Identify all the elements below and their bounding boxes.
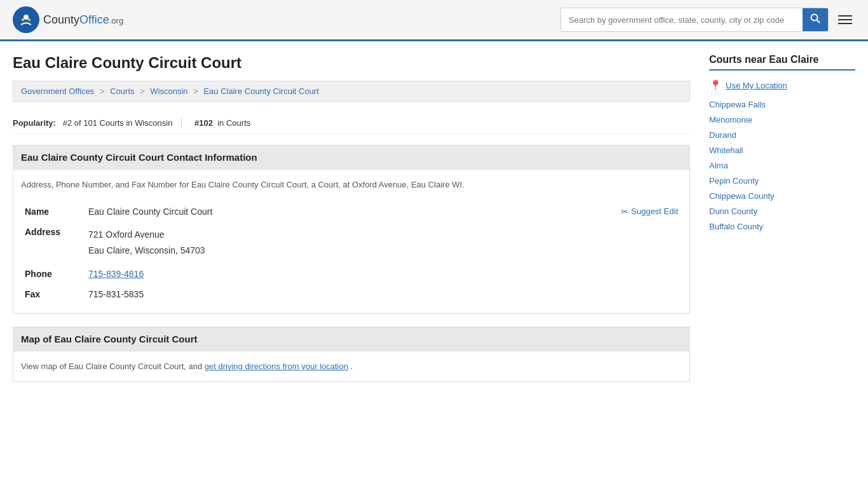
- phone-value-cell: 715-839-4816: [85, 264, 682, 284]
- breadcrumb-sep-1: >: [100, 86, 105, 96]
- address-value-cell: 721 Oxford Avenue Eau Claire, Wisconsin,…: [85, 222, 682, 264]
- svg-point-2: [22, 18, 24, 21]
- table-row-name: Name Eau Claire County Circuit Court ✂ S…: [21, 201, 682, 222]
- search-input[interactable]: [561, 10, 803, 30]
- address-line1: 721 Oxford Avenue: [88, 227, 678, 243]
- contact-section-body: Address, Phone Number, and Fax Number fo…: [13, 170, 690, 314]
- site-header: CountyOffice.org: [0, 0, 868, 41]
- logo-text: CountyOffice.org: [43, 13, 123, 27]
- location-pin-icon: 📍: [709, 79, 722, 92]
- menu-icon-line1: [838, 15, 852, 17]
- phone-label: Phone: [21, 264, 85, 284]
- main-content: Eau Claire County Circuit Court Governme…: [13, 54, 690, 395]
- name-value: Eau Claire County Circuit Court: [88, 207, 212, 217]
- contact-info-table: Name Eau Claire County Circuit Court ✂ S…: [21, 201, 682, 304]
- list-item: Durand: [709, 130, 855, 140]
- fax-label: Fax: [21, 284, 85, 304]
- nearby-court-whitehall[interactable]: Whitehall: [709, 146, 743, 155]
- use-location-link[interactable]: Use My Location: [726, 81, 787, 90]
- table-row-address: Address 721 Oxford Avenue Eau Claire, Wi…: [21, 222, 682, 264]
- breadcrumb-link-courts[interactable]: Courts: [110, 86, 134, 96]
- map-description-start: View map of Eau Claire County Circuit Co…: [21, 362, 202, 371]
- svg-point-4: [811, 15, 818, 21]
- breadcrumb-sep-3: >: [193, 86, 198, 96]
- menu-icon-line3: [838, 23, 852, 24]
- address-label: Address: [21, 222, 85, 264]
- map-section-body: View map of Eau Claire County Circuit Co…: [13, 351, 690, 383]
- map-description-end: .: [351, 362, 353, 371]
- breadcrumb-link-gov-offices[interactable]: Government Offices: [21, 86, 94, 96]
- list-item: Chippewa County: [709, 191, 855, 201]
- popularity-rank-state: #2 of 101 Courts in Wisconsin: [63, 118, 173, 128]
- use-location-row: 📍 Use My Location: [709, 79, 855, 92]
- logo-icon: [13, 6, 39, 33]
- suggest-edit-icon: ✂: [621, 207, 628, 217]
- nearby-court-chippewa-falls[interactable]: Chippewa Falls: [709, 100, 766, 109]
- address-block: 721 Oxford Avenue Eau Claire, Wisconsin,…: [88, 227, 678, 259]
- name-label: Name: [21, 201, 85, 222]
- breadcrumb: Government Offices > Courts > Wisconsin …: [13, 81, 690, 102]
- fax-value: 715-831-5835: [85, 284, 682, 304]
- menu-icon-line2: [838, 19, 852, 20]
- svg-point-3: [28, 18, 31, 21]
- menu-button[interactable]: [835, 12, 855, 27]
- suggest-edit-label: Suggest Edit: [631, 207, 678, 216]
- contact-section-header: Eau Claire County Circuit Court Contact …: [13, 145, 690, 170]
- sidebar: Courts near Eau Claire 📍 Use My Location…: [709, 54, 855, 395]
- popularity-rank-national: #102: [194, 118, 213, 128]
- map-directions-link[interactable]: get driving directions from your locatio…: [205, 362, 348, 371]
- search-bar: [560, 8, 829, 32]
- list-item: Alma: [709, 160, 855, 170]
- nearby-court-buffalo-county[interactable]: Buffalo County: [709, 222, 763, 231]
- list-item: Dunn County: [709, 206, 855, 216]
- nearby-court-menomonie[interactable]: Menomonie: [709, 115, 752, 125]
- contact-description: Address, Phone Number, and Fax Number fo…: [21, 179, 682, 191]
- svg-line-5: [817, 20, 820, 24]
- nearby-court-chippewa-county[interactable]: Chippewa County: [709, 191, 775, 201]
- list-item: Pepin County: [709, 175, 855, 186]
- list-item: Chippewa Falls: [709, 99, 855, 109]
- name-value-cell: Eau Claire County Circuit Court ✂ Sugges…: [85, 201, 682, 222]
- list-item: Whitehall: [709, 145, 855, 155]
- table-row-phone: Phone 715-839-4816: [21, 264, 682, 284]
- nearby-court-dunn-county[interactable]: Dunn County: [709, 207, 757, 216]
- nearby-court-alma[interactable]: Alma: [709, 161, 728, 170]
- nearby-court-pepin-county[interactable]: Pepin County: [709, 176, 759, 186]
- main-container: Eau Claire County Circuit Court Governme…: [0, 41, 868, 407]
- logo-area: CountyOffice.org: [13, 6, 123, 33]
- search-button[interactable]: [803, 8, 828, 31]
- table-row-fax: Fax 715-831-5835: [21, 284, 682, 304]
- header-right: [560, 8, 855, 32]
- svg-point-1: [24, 15, 29, 20]
- phone-link[interactable]: 715-839-4816: [88, 269, 144, 279]
- map-description: View map of Eau Claire County Circuit Co…: [21, 360, 682, 373]
- nearby-courts-list: Chippewa Falls Menomonie Durand Whitehal…: [709, 99, 855, 231]
- page-title: Eau Claire County Circuit Court: [13, 54, 690, 72]
- list-item: Menomonie: [709, 114, 855, 125]
- popularity-bar: Popularity: #2 of 101 Courts in Wisconsi…: [13, 112, 690, 135]
- breadcrumb-link-wisconsin[interactable]: Wisconsin: [150, 86, 187, 96]
- suggest-edit-button[interactable]: ✂ Suggest Edit: [621, 207, 678, 217]
- popularity-label: Popularity:: [13, 118, 56, 128]
- list-item: Buffalo County: [709, 221, 855, 231]
- address-line2: Eau Claire, Wisconsin, 54703: [88, 243, 678, 259]
- popularity-separator: [181, 118, 188, 128]
- sidebar-title: Courts near Eau Claire: [709, 54, 855, 71]
- popularity-in-courts: in Courts: [217, 118, 250, 128]
- breadcrumb-sep-2: >: [140, 86, 145, 96]
- nearby-court-durand[interactable]: Durand: [709, 130, 736, 140]
- map-section-header: Map of Eau Claire County Circuit Court: [13, 327, 690, 351]
- breadcrumb-link-current[interactable]: Eau Claire County Circuit Court: [203, 86, 318, 96]
